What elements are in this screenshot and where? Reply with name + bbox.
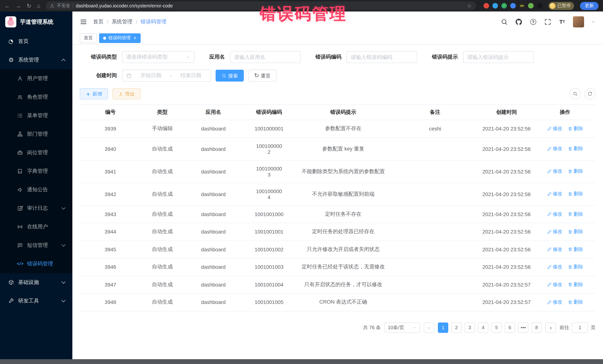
- delete-link[interactable]: 删除: [568, 125, 583, 132]
- error-hint-input[interactable]: [467, 54, 530, 60]
- forward-icon[interactable]: →: [16, 3, 21, 9]
- font-size-icon[interactable]: TT: [558, 18, 566, 25]
- fullscreen-icon[interactable]: [544, 18, 551, 25]
- extension-pin-icon[interactable]: [537, 3, 543, 9]
- menu-list-icon: [17, 113, 23, 119]
- tab-close-icon[interactable]: ×: [134, 36, 136, 40]
- extension-green-check-icon[interactable]: ✓: [501, 3, 507, 9]
- page-button-•••[interactable]: •••: [518, 322, 528, 333]
- page-button-1[interactable]: 1: [438, 322, 448, 333]
- search-button[interactable]: 搜索: [216, 70, 244, 82]
- page-button-4[interactable]: 4: [478, 322, 488, 333]
- edit-link[interactable]: 修改: [547, 145, 562, 152]
- delete-link[interactable]: 删除: [568, 145, 583, 152]
- export-button[interactable]: 导出: [112, 88, 141, 99]
- cell-type: 自动生成: [141, 138, 184, 160]
- edit-link[interactable]: 修改: [547, 281, 562, 288]
- filter-row-2: 创建时间 开始日期 - 结束日期 搜索 ↻ 重置: [80, 70, 596, 82]
- sidebar-item-0[interactable]: 首页: [0, 32, 72, 51]
- goto-page-input[interactable]: [572, 322, 588, 333]
- address-bar[interactable]: ⚠ 不安全 dashboard.yudao.iocoder.cn/system/…: [46, 1, 476, 10]
- sidebar-item-13[interactable]: 基础设施: [0, 273, 72, 292]
- sidebar-item-8[interactable]: 通知公告: [0, 180, 72, 199]
- delete-link[interactable]: 删除: [568, 191, 583, 197]
- app-name-input[interactable]: [234, 54, 297, 60]
- back-icon[interactable]: ←: [4, 3, 10, 9]
- filter-row-1: 错误码类型 请选择错误码类型 应用名 错误码编码: [80, 51, 596, 63]
- avatar-caret-icon[interactable]: [591, 20, 596, 24]
- sidebar-item-5[interactable]: 部门管理: [0, 125, 72, 143]
- edit-link[interactable]: 修改: [547, 246, 562, 253]
- breadcrumb-item[interactable]: 系统管理: [112, 18, 132, 25]
- edit-link[interactable]: 修改: [547, 299, 562, 305]
- page-button-3[interactable]: 3: [464, 322, 475, 333]
- prev-page-button[interactable]: ‹: [424, 322, 434, 333]
- home-icon[interactable]: ⌂: [37, 3, 40, 9]
- tab-1[interactable]: 错误码管理×: [99, 33, 140, 43]
- reset-button[interactable]: ↻ 重置: [248, 70, 277, 82]
- user-avatar[interactable]: [573, 16, 584, 27]
- breadcrumb-item[interactable]: 错误码管理: [141, 18, 167, 25]
- reload-icon[interactable]: ↻: [27, 3, 31, 9]
- tab-0[interactable]: 首页: [80, 33, 97, 43]
- delete-link[interactable]: 删除: [568, 168, 583, 175]
- delete-link[interactable]: 删除: [568, 264, 583, 270]
- app-logo[interactable]: 芋道管理系统: [0, 11, 72, 32]
- error-code-input[interactable]: [351, 54, 413, 60]
- edit-link[interactable]: 修改: [547, 228, 562, 235]
- error-type-select[interactable]: 请选择错误码类型: [122, 51, 195, 63]
- page-button-8[interactable]: 8: [531, 322, 542, 333]
- profile-paused-badge[interactable]: 已暂停: [548, 2, 574, 10]
- page-button-2[interactable]: 2: [451, 322, 462, 333]
- breadcrumb-item[interactable]: 首页: [93, 18, 104, 25]
- page-button-6[interactable]: 6: [505, 322, 515, 333]
- extension-red-icon[interactable]: [484, 3, 489, 9]
- next-page-button[interactable]: ›: [545, 322, 556, 333]
- extension-leaf-icon[interactable]: [528, 3, 533, 9]
- sidebar-item-9[interactable]: 审计日志: [0, 199, 72, 218]
- sidebar-item-12[interactable]: </>错误码管理: [0, 255, 72, 273]
- delete-link[interactable]: 删除: [568, 281, 583, 288]
- help-icon[interactable]: ?: [530, 18, 537, 25]
- github-icon[interactable]: [515, 18, 522, 25]
- sidebar-item-3[interactable]: 角色管理: [0, 88, 72, 106]
- extension-blue-drop-icon[interactable]: [492, 3, 498, 9]
- chevron-down-icon: [60, 243, 66, 248]
- bookmark-star-icon[interactable]: ☆: [467, 3, 472, 9]
- cell-ops: 修改删除: [534, 223, 596, 241]
- search-icon[interactable]: [500, 18, 508, 25]
- edit-link[interactable]: 修改: [547, 191, 562, 197]
- sidebar-item-11[interactable]: 短信管理: [0, 236, 72, 255]
- page-button-5[interactable]: 5: [491, 322, 502, 333]
- cell-ops: 修改删除: [534, 205, 596, 223]
- edit-link[interactable]: 修改: [547, 211, 562, 217]
- toggle-search-button[interactable]: [570, 88, 581, 99]
- delete-link[interactable]: 删除: [568, 246, 583, 253]
- edit-link[interactable]: 修改: [547, 264, 562, 270]
- delete-link[interactable]: 删除: [568, 211, 583, 217]
- delete-link[interactable]: 删除: [568, 228, 583, 235]
- table-row: 3943自动生成dashboard1001001000定时任务不存在2021-0…: [80, 205, 596, 223]
- sidebar-item-1[interactable]: ⚙系统管理: [0, 51, 72, 69]
- delete-link[interactable]: 删除: [568, 299, 583, 305]
- sidebar-item-10[interactable]: 在线用户: [0, 218, 72, 236]
- hamburger-icon[interactable]: [80, 18, 87, 25]
- extension-on-badge-icon[interactable]: on: [519, 3, 525, 9]
- delete-label: 删除: [573, 299, 583, 305]
- cell-remark: ceshi: [392, 120, 479, 138]
- date-range-picker[interactable]: 开始日期 - 结束日期: [122, 70, 211, 82]
- cell-remark: [392, 293, 479, 311]
- chrome-update-button[interactable]: 更新: [580, 2, 599, 10]
- refresh-table-button[interactable]: [584, 88, 596, 99]
- sidebar-item-14[interactable]: 研发工具: [0, 292, 72, 310]
- add-button[interactable]: + 新增: [80, 88, 108, 99]
- sidebar-item-6[interactable]: 岗位管理: [0, 143, 72, 162]
- sidebar-item-4[interactable]: 菜单管理: [0, 106, 72, 125]
- page-size-select[interactable]: 10条/页: [384, 322, 420, 333]
- extension-grid-icon[interactable]: [510, 3, 516, 9]
- edit-link[interactable]: 修改: [547, 168, 562, 175]
- sidebar-item-2[interactable]: 用户管理: [0, 69, 72, 88]
- sidebar-item-7[interactable]: 字典管理: [0, 162, 72, 180]
- gear-icon: ⚙: [8, 57, 14, 63]
- edit-link[interactable]: 修改: [547, 125, 562, 132]
